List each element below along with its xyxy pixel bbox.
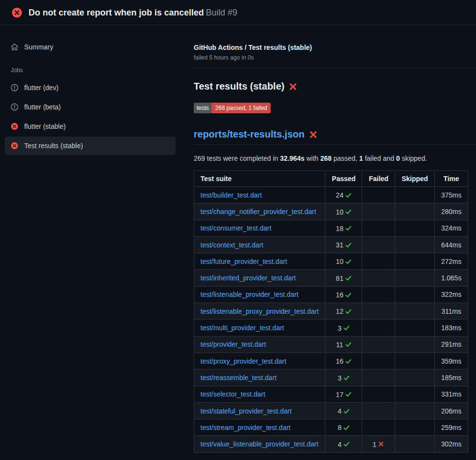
- tests-badge: tests 268 passed, 1 failed: [194, 103, 271, 113]
- passed-cell: 3: [325, 369, 362, 386]
- table-row: test/stream_provider_test.dart 8 259ms: [194, 419, 468, 436]
- time-cell: 375ms: [434, 187, 468, 203]
- check-icon: [345, 292, 352, 298]
- exclamation-circle-icon: [11, 103, 18, 111]
- skipped-cell: [395, 419, 434, 436]
- suite-link[interactable]: test/change_notifier_provider_test.dart: [200, 208, 316, 215]
- passed-cell: 16: [325, 286, 362, 303]
- passed-cell: 12: [325, 303, 362, 320]
- skipped-cell: [395, 402, 434, 419]
- time-cell: 272ms: [434, 253, 468, 270]
- suite-link[interactable]: test/stream_provider_test.dart: [200, 424, 291, 431]
- table-row: test/change_notifier_provider_test.dart …: [194, 203, 468, 220]
- passed-cell: 18: [325, 220, 362, 236]
- results-table: Test suite Passed Failed Skipped Time te…: [194, 170, 468, 453]
- results-table-body: test/builder_test.dart 24 375ms test/cha…: [194, 187, 468, 453]
- skipped-cell: [395, 353, 434, 369]
- time-cell: 644ms: [434, 236, 468, 253]
- suite-link[interactable]: test/listenable_provider_test.dart: [200, 291, 298, 298]
- suite-link[interactable]: test/context_test.dart: [200, 241, 263, 249]
- sidebar-job-item[interactable]: Test results (stable): [5, 137, 176, 155]
- suite-link[interactable]: test/consumer_test.dart: [200, 224, 271, 232]
- failed-cell: [362, 236, 395, 253]
- skipped-cell: [395, 386, 434, 402]
- page-header: Do not create report when job is cancell…: [0, 0, 476, 25]
- passed-cell: 3: [325, 320, 362, 336]
- col-header-skipped: Skipped: [395, 171, 434, 187]
- breadcrumb: GitHub Actions / Test results (stable): [194, 44, 476, 51]
- passed-cell: 24: [325, 187, 362, 203]
- suite-link[interactable]: test/provider_test.dart: [200, 340, 266, 348]
- table-row: test/inherited_provider_test.dart 81 1.0…: [194, 270, 468, 286]
- time-cell: 183ms: [434, 320, 468, 336]
- suite-cell: test/listenable_proxy_provider_test.dart: [194, 303, 325, 320]
- divider: [194, 68, 476, 68]
- time-cell: 322ms: [434, 286, 468, 303]
- suite-cell: test/builder_test.dart: [194, 187, 325, 203]
- skipped-cell: [395, 336, 434, 353]
- x-circle-icon: [11, 142, 18, 150]
- suite-cell: test/multi_provider_test.dart: [194, 320, 325, 336]
- table-row: test/selector_test.dart 17 331ms: [194, 386, 468, 402]
- check-icon: [343, 325, 350, 331]
- time-cell: 206ms: [434, 402, 468, 419]
- suite-cell: test/stateful_provider_test.dart: [194, 402, 325, 419]
- passed-cell: 10: [325, 253, 362, 270]
- suite-link[interactable]: test/future_provider_test.dart: [200, 258, 287, 265]
- x-circle-icon: [12, 7, 22, 18]
- suite-link[interactable]: test/listenable_proxy_provider_test.dart: [200, 307, 319, 315]
- run-meta: failed 5 hours ago in 0s: [194, 54, 476, 61]
- failed-cell: [362, 187, 395, 203]
- job-label: flutter (beta): [24, 103, 61, 111]
- time-cell: 302ms: [434, 436, 468, 452]
- suite-link[interactable]: test/stateful_provider_test.dart: [200, 407, 292, 415]
- skipped-cell: [395, 220, 434, 236]
- report-link[interactable]: reports/test-results.json: [194, 129, 305, 140]
- skipped-cell: [395, 436, 434, 452]
- page-title: Do not create report when job is cancell…: [29, 8, 204, 17]
- suite-link[interactable]: test/inherited_provider_test.dart: [200, 274, 296, 282]
- job-label: flutter (dev): [24, 84, 59, 92]
- check-icon: [345, 341, 352, 348]
- sidebar-job-item[interactable]: flutter (stable): [5, 117, 176, 136]
- jobs-list: flutter (dev) flutter (beta): [5, 78, 176, 155]
- section-heading: Test results (stable): [194, 81, 476, 92]
- exclamation-circle-icon: [11, 84, 18, 92]
- skipped-cell: [395, 236, 434, 253]
- col-header-time: Time: [434, 171, 468, 187]
- failed-cell: [362, 270, 395, 286]
- suite-link[interactable]: test/selector_test.dart: [200, 390, 265, 398]
- sidebar-job-item[interactable]: flutter (beta): [5, 98, 176, 116]
- suite-link[interactable]: test/builder_test.dart: [200, 191, 262, 199]
- summary-failed: 1: [359, 154, 363, 162]
- suite-cell: test/inherited_provider_test.dart: [194, 270, 325, 286]
- failed-cell: [362, 203, 395, 220]
- report-heading: reports/test-results.json: [194, 129, 476, 145]
- col-header-failed: Failed: [362, 171, 395, 187]
- suite-link[interactable]: test/proxy_provider_test.dart: [200, 357, 286, 365]
- main-content: GitHub Actions / Test results (stable) f…: [182, 25, 476, 460]
- suite-cell: test/listenable_provider_test.dart: [194, 286, 325, 303]
- passed-cell: 10: [325, 203, 362, 220]
- failed-cell: 1: [362, 436, 395, 452]
- x-circle-icon: [11, 123, 18, 130]
- sidebar: Summary Jobs flutter (dev): [0, 25, 182, 156]
- check-icon: [343, 375, 350, 381]
- failed-cell: [362, 353, 395, 369]
- skipped-cell: [395, 320, 434, 336]
- summary-line: 269 tests were completed in 32.964s with…: [194, 154, 476, 162]
- suite-link[interactable]: test/multi_provider_test.dart: [200, 324, 284, 332]
- check-icon: [345, 275, 352, 281]
- passed-cell: 17: [325, 386, 362, 402]
- table-row: test/reassemble_test.dart 3 185ms: [194, 369, 468, 386]
- time-cell: 324ms: [434, 220, 468, 236]
- suite-link[interactable]: test/reassemble_test.dart: [200, 374, 276, 382]
- failed-cell: [362, 303, 395, 320]
- sidebar-item-summary[interactable]: Summary: [5, 38, 176, 56]
- sidebar-job-item[interactable]: flutter (dev): [5, 78, 176, 97]
- time-cell: 359ms: [434, 353, 468, 369]
- check-icon: [343, 441, 350, 447]
- suite-link[interactable]: test/value_listenable_provider_test.dart: [200, 440, 319, 448]
- time-cell: 331ms: [434, 386, 468, 402]
- check-icon: [345, 358, 352, 365]
